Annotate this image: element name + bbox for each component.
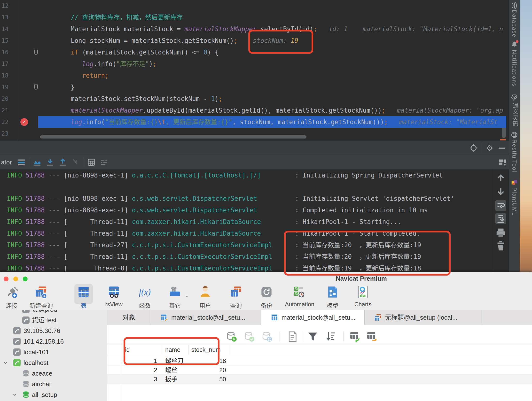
text-segment: materialStockMapper xyxy=(185,25,257,33)
gear-icon[interactable]: ⚙ xyxy=(485,144,494,152)
cell-stock-num[interactable]: 50 xyxy=(191,375,226,384)
arrow-up-icon[interactable] xyxy=(59,158,67,166)
line-number: 21 xyxy=(1,105,16,116)
text-segment: 51788 xyxy=(26,172,45,179)
sidebar-item-airchat[interactable]: airchat xyxy=(0,379,107,389)
tool-window-label-2[interactable]: Notifications xyxy=(511,50,517,86)
tab-material_stock@all_setu...[interactable]: material_stock@all_setu... xyxy=(261,310,365,325)
toolbar-item-用户[interactable]: 用户 xyxy=(191,285,220,309)
breakpoint-icon[interactable]: ✓ xyxy=(20,118,28,126)
toolbar-item-查询[interactable]: 查询 xyxy=(221,285,250,309)
toolbar-item-表[interactable]: 表 xyxy=(69,285,98,309)
text-segment: [ Thread-11] xyxy=(64,230,132,237)
scroll-down-icon[interactable] xyxy=(495,186,506,197)
export-wizard-icon[interactable] xyxy=(366,331,377,342)
code-line[interactable]: 17 log.info("库存不足"); xyxy=(0,58,506,70)
tab-material_stock@all_setu...[interactable]: material_stock@all_setu... xyxy=(151,310,261,325)
toolbar-item-Automation[interactable]: Automation xyxy=(285,285,314,308)
tab-无标题@all_setup (local...[interactable]: 无标题@all_setup (local... xyxy=(365,310,481,325)
layout-icon[interactable] xyxy=(499,158,507,166)
tool-window-label-3[interactable]: 通义灵码 xyxy=(511,103,519,127)
toolbar-item-模型[interactable]: 模型 xyxy=(318,285,347,309)
import-wizard-icon[interactable] xyxy=(349,331,360,342)
code-line[interactable]: 21materialStockMapper.updateById(materia… xyxy=(0,105,506,116)
code-line[interactable]: 19} xyxy=(0,81,506,93)
console-tab-label[interactable]: ator xyxy=(1,155,12,170)
fold-marker-icon[interactable] xyxy=(34,84,38,90)
cell-name[interactable]: 扳手 xyxy=(165,375,177,384)
toolbar-item-其它[interactable]: ⌄其它 xyxy=(160,285,189,309)
toolbar-item-rsView[interactable]: rsView xyxy=(99,285,128,308)
charts-icon xyxy=(356,285,370,299)
toolbar-item-新建查询[interactable]: 新建查询 xyxy=(27,285,56,309)
code-line[interactable]: 20materialStock.setStockNum(stockNum - 1… xyxy=(0,93,506,105)
trash-icon[interactable] xyxy=(495,240,506,251)
sidebar-item-all_setup[interactable]: all_setup xyxy=(0,389,107,400)
cell-name[interactable]: 螺丝 xyxy=(165,365,177,375)
text-segment: ; xyxy=(234,37,238,44)
sidebar-item-local-101[interactable]: local-101 xyxy=(0,347,107,357)
toolbar-item-备份[interactable]: 备份 xyxy=(252,285,281,309)
tool-window-label-5[interactable]: PlantUML xyxy=(511,187,517,216)
sidebar-item-101.42.158.16[interactable]: 101.42.158.16 xyxy=(0,336,107,347)
table-icon xyxy=(77,285,91,299)
sidebar-item-货运 test[interactable]: 货运 test xyxy=(0,315,107,325)
table-row[interactable]: 2螺丝20 xyxy=(107,365,532,375)
sidebar-item-货运prod[interactable]: 货运prod xyxy=(0,310,107,315)
tool-window-label-4[interactable]: RestfulTool xyxy=(511,139,517,172)
sidebar-item-aceace[interactable]: aceace xyxy=(0,368,107,379)
text-segment: INFO xyxy=(7,195,22,202)
tool-window-label-1[interactable]: Database xyxy=(511,10,517,37)
database-icon[interactable] xyxy=(511,2,518,9)
grid-icon[interactable] xyxy=(87,158,95,166)
toolbar-item-函数[interactable]: f(x)函数 xyxy=(130,285,159,309)
filter-icon[interactable] xyxy=(307,331,319,342)
fold-marker-icon[interactable] xyxy=(34,49,38,55)
code-line[interactable]: 22✓log.info("当前库存数量:{}\t, 更新后库存数量:{}", s… xyxy=(0,116,506,128)
target-icon[interactable] xyxy=(469,144,478,152)
cell-stock-num[interactable]: 20 xyxy=(191,365,226,375)
report-icon[interactable] xyxy=(287,331,298,342)
close-button[interactable] xyxy=(4,277,8,281)
soft-wrap-icon[interactable] xyxy=(17,158,25,166)
toolbar-item-连接[interactable]: 连接 xyxy=(0,285,26,309)
tongyi-icon[interactable] xyxy=(511,94,518,101)
code-editor[interactable]: 1213// 查询物料库存，扣减，然后更新库存14MaterialStock m… xyxy=(0,0,509,140)
code-line[interactable]: 13// 查询物料库存，扣减，然后更新库存 xyxy=(0,12,506,23)
text-segment: --- xyxy=(45,172,64,179)
settings-lines-icon[interactable] xyxy=(100,158,108,166)
sidebar-item-39.105.30.76[interactable]: 39.105.30.76 xyxy=(0,325,107,336)
notification-badge xyxy=(516,40,518,43)
minimize-button[interactable] xyxy=(13,277,18,281)
annotation-box-table xyxy=(124,337,219,365)
zoom-button[interactable] xyxy=(23,277,28,281)
table-row[interactable]: 3扳手50 xyxy=(107,375,532,384)
cell-id[interactable]: 3 xyxy=(125,375,157,384)
text-segment: materialStockMapper: "org.ap xyxy=(385,107,503,114)
begin-transaction-icon[interactable] xyxy=(226,331,237,342)
code-line[interactable]: 12 xyxy=(0,0,506,12)
chart-icon[interactable] xyxy=(33,158,41,166)
code-line[interactable]: 18 return; xyxy=(0,70,506,81)
bell-icon[interactable] xyxy=(511,41,518,48)
chevron-down-icon[interactable] xyxy=(3,361,8,365)
connection-sidebar[interactable]: 货运prod货运 test39.105.30.76101.42.158.16lo… xyxy=(0,310,107,401)
toolbar-item-Charts[interactable]: Charts xyxy=(348,285,377,308)
soft-wrap-button[interactable] xyxy=(495,200,506,211)
text-segment: (materialStock.getStockNum() <= xyxy=(78,49,203,56)
sort-icon[interactable] xyxy=(325,331,337,342)
scroll-to-end-button[interactable] xyxy=(495,213,506,224)
line-number: 17 xyxy=(1,58,16,70)
cell-id[interactable]: 2 xyxy=(125,365,157,375)
print-icon[interactable] xyxy=(495,227,506,238)
plantuml-icon[interactable] xyxy=(511,179,518,186)
query-icon xyxy=(229,285,243,299)
sidebar-item-localhost[interactable]: localhost xyxy=(0,357,107,368)
tab-对象[interactable]: 对象 xyxy=(107,310,151,325)
arrow-down-icon[interactable] xyxy=(46,158,54,166)
scroll-up-icon[interactable] xyxy=(495,172,506,184)
chevron-down-icon[interactable] xyxy=(13,393,17,397)
globe-icon[interactable] xyxy=(511,131,518,139)
minimize-icon[interactable] xyxy=(498,144,506,152)
code-line[interactable]: 23 xyxy=(0,128,506,139)
